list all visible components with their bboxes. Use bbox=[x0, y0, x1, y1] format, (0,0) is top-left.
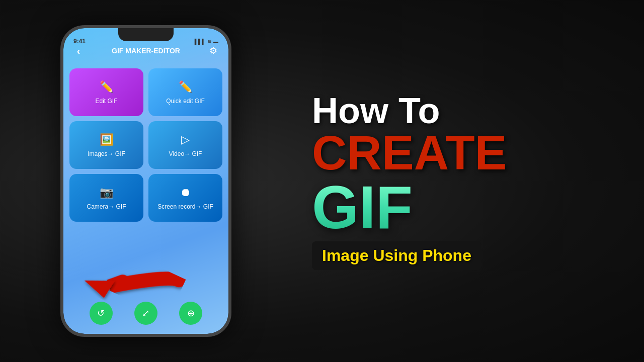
images-gif-icon: 🖼️ bbox=[100, 133, 113, 146]
create-text: CREATE bbox=[312, 129, 507, 177]
how-to-text: How To bbox=[312, 93, 440, 129]
camera-gif-button[interactable]: 📷 Camera→ GIF bbox=[69, 174, 143, 222]
text-section: How To CREATE GIF Image Using Phone bbox=[292, 77, 644, 285]
status-icons: ▌▌▌ ≋ ▬ bbox=[195, 39, 218, 44]
signal-icon: ▌▌▌ bbox=[195, 39, 205, 44]
video-gif-label: Video→ GIF bbox=[169, 150, 202, 157]
svg-marker-0 bbox=[81, 269, 115, 299]
app-grid: ✏️ Edit GIF ✏️ Quick edit GIF 🖼️ Images→… bbox=[63, 63, 228, 227]
battery-icon: ▬ bbox=[213, 39, 218, 44]
screen-record-icon: ⏺ bbox=[180, 186, 191, 199]
edit-gif-button[interactable]: ✏️ Edit GIF bbox=[69, 68, 143, 116]
video-gif-button[interactable]: ▷ Video→ GIF bbox=[148, 121, 222, 169]
images-gif-button[interactable]: 🖼️ Images→ GIF bbox=[69, 121, 143, 169]
status-time: 9:41 bbox=[73, 38, 86, 45]
tab-3[interactable]: ⊕ bbox=[179, 302, 202, 325]
screen-record-label: Screen record→ GIF bbox=[157, 203, 213, 210]
tab-1-icon: ↺ bbox=[97, 308, 105, 319]
edit-gif-icon: ✏️ bbox=[100, 80, 113, 94]
phone-section: 9:41 ▌▌▌ ≋ ▬ ‹ GIF MAKER-EDITOR bbox=[0, 0, 292, 362]
phone-notch bbox=[118, 28, 174, 41]
subtitle-box: Image Using Phone bbox=[312, 241, 481, 270]
camera-gif-label: Camera→ GIF bbox=[87, 203, 126, 210]
screen-record-gif-button[interactable]: ⏺ Screen record→ GIF bbox=[148, 174, 222, 222]
content-wrapper: 9:41 ▌▌▌ ≋ ▬ ‹ GIF MAKER-EDITOR bbox=[0, 0, 644, 362]
camera-gif-icon: 📷 bbox=[100, 186, 113, 199]
images-gif-label: Images→ GIF bbox=[88, 150, 125, 157]
quick-edit-gif-button[interactable]: ✏️ Quick edit GIF bbox=[148, 68, 222, 116]
video-gif-icon: ▷ bbox=[181, 133, 190, 146]
subtitle-text: Image Using Phone bbox=[322, 246, 471, 265]
quick-edit-icon: ✏️ bbox=[179, 80, 192, 94]
quick-edit-label: Quick edit GIF bbox=[166, 98, 205, 105]
tab-3-icon: ⊕ bbox=[187, 308, 195, 319]
wifi-icon: ≋ bbox=[207, 39, 211, 44]
gif-text: GIF bbox=[312, 177, 413, 237]
edit-gif-label: Edit GIF bbox=[95, 98, 117, 105]
